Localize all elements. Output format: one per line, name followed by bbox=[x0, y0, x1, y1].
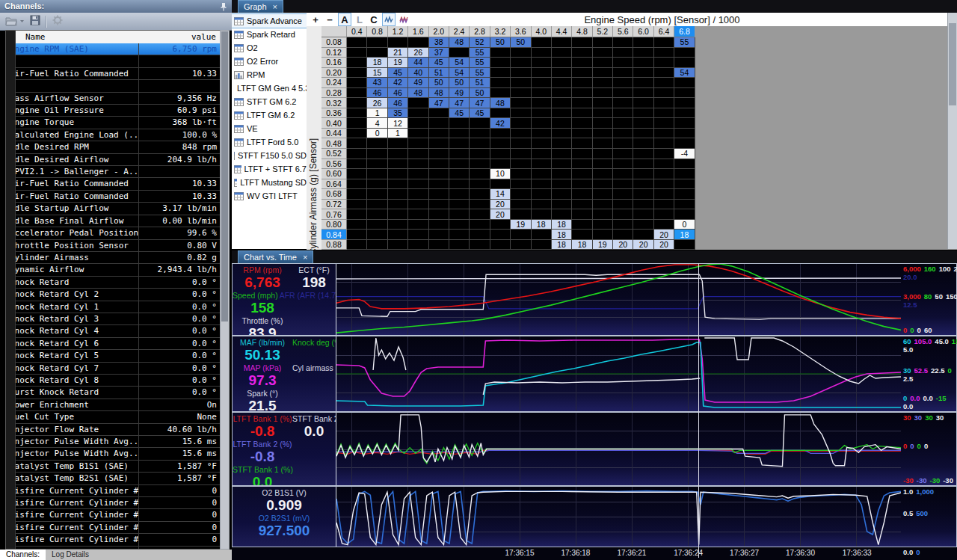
grid-cell[interactable] bbox=[654, 179, 674, 190]
grid-cell[interactable] bbox=[593, 108, 613, 119]
grid-cell[interactable] bbox=[552, 189, 572, 200]
grid-cell[interactable] bbox=[408, 37, 428, 48]
grid-cell[interactable] bbox=[613, 118, 633, 129]
grid-cell[interactable] bbox=[552, 37, 572, 48]
grid-cell[interactable] bbox=[470, 138, 490, 149]
grid-cell[interactable] bbox=[347, 149, 367, 159]
grid-cell[interactable] bbox=[593, 37, 613, 48]
grid-cell[interactable] bbox=[613, 78, 633, 88]
grid-cell[interactable]: 4 bbox=[367, 118, 387, 129]
grid-cell[interactable] bbox=[674, 58, 695, 68]
grid-cell[interactable] bbox=[593, 169, 613, 179]
grid-cell[interactable] bbox=[633, 220, 653, 230]
grid-cell[interactable]: 19 bbox=[388, 58, 408, 68]
grid-cell[interactable] bbox=[593, 98, 613, 108]
grid-cell[interactable] bbox=[347, 179, 367, 190]
grid-cell[interactable] bbox=[449, 189, 470, 200]
grid-cell[interactable]: 52 bbox=[470, 37, 490, 48]
grid-cell[interactable]: 19 bbox=[511, 220, 531, 230]
grid-cell[interactable] bbox=[429, 129, 449, 139]
grid-cell[interactable] bbox=[674, 118, 695, 129]
grid-cell[interactable] bbox=[511, 108, 531, 119]
grid-cell[interactable] bbox=[511, 230, 531, 240]
grid-cell[interactable] bbox=[490, 68, 511, 79]
channel-row[interactable]: Idle Base Final Airflow0.00 lb/min bbox=[6, 215, 221, 227]
grid-cell[interactable] bbox=[408, 108, 428, 119]
grid-cell[interactable]: 42 bbox=[490, 118, 511, 129]
gear-icon[interactable] bbox=[52, 15, 63, 28]
grid-cell[interactable]: 46 bbox=[388, 88, 408, 99]
grid-col-header[interactable]: 2.4 bbox=[449, 26, 470, 37]
tab-log-details[interactable]: Log Details bbox=[46, 550, 95, 560]
grid-cell[interactable] bbox=[470, 189, 490, 200]
channel-row[interactable]: Power EnrichmentOn bbox=[6, 399, 221, 411]
grid-cell[interactable] bbox=[552, 68, 572, 79]
graph-scrollbar[interactable] bbox=[947, 13, 957, 249]
save-icon[interactable] bbox=[30, 15, 40, 28]
grid-cell[interactable] bbox=[572, 189, 592, 200]
grid-cell[interactable] bbox=[654, 98, 674, 108]
grid-cell[interactable] bbox=[449, 159, 470, 170]
grid-cell[interactable] bbox=[613, 169, 633, 179]
grid-row-header[interactable]: 0.32 bbox=[321, 98, 347, 108]
grid-cell[interactable]: 18 bbox=[552, 240, 572, 250]
grid-cell[interactable] bbox=[347, 58, 367, 68]
grid-cell[interactable]: 48 bbox=[408, 88, 428, 99]
grid-cell[interactable]: 35 bbox=[388, 108, 408, 119]
grid-cell[interactable]: 42 bbox=[388, 78, 408, 88]
grid-cell[interactable] bbox=[593, 200, 613, 210]
grid-cell[interactable] bbox=[633, 129, 653, 139]
grid-cell[interactable] bbox=[532, 129, 552, 139]
grid-cell[interactable] bbox=[367, 149, 387, 159]
grid-col-header[interactable]: 3.2 bbox=[490, 26, 511, 37]
grid-cell[interactable] bbox=[593, 189, 613, 200]
grid-cell[interactable] bbox=[633, 209, 653, 220]
grid-cell[interactable] bbox=[552, 169, 572, 179]
grid-cell[interactable] bbox=[654, 78, 674, 88]
grid-cell[interactable]: 55 bbox=[470, 48, 490, 58]
grid-cell[interactable] bbox=[347, 159, 367, 170]
grid-cell[interactable] bbox=[593, 68, 613, 79]
grid-cell[interactable] bbox=[449, 209, 470, 220]
grid-row-header[interactable]: 0.56 bbox=[321, 159, 347, 170]
grid-cell[interactable] bbox=[449, 220, 470, 230]
grid-cell[interactable] bbox=[490, 88, 511, 99]
grid-cell[interactable]: 26 bbox=[408, 48, 428, 58]
grid-cell[interactable] bbox=[633, 149, 653, 159]
grid-cell[interactable] bbox=[470, 149, 490, 159]
grid-cell[interactable] bbox=[470, 129, 490, 139]
channel-row[interactable]: Misfire Current Cylinder #20 bbox=[6, 497, 221, 509]
grid-cell[interactable]: 55 bbox=[674, 37, 695, 48]
grid-cell[interactable] bbox=[408, 159, 428, 170]
time-cursor[interactable] bbox=[698, 263, 699, 558]
grid-cell[interactable] bbox=[449, 138, 470, 149]
grid-col-header[interactable]: 5.2 bbox=[593, 26, 613, 37]
grid-row-header[interactable]: 0.44 bbox=[321, 129, 347, 139]
grid-cell[interactable] bbox=[654, 159, 674, 170]
grid-cell[interactable] bbox=[552, 48, 572, 58]
grid-cell[interactable] bbox=[470, 220, 490, 230]
grid-cell[interactable]: 18 bbox=[674, 230, 695, 240]
grid-cell[interactable] bbox=[674, 200, 695, 210]
channel-row[interactable]: Injector Pulse Width Avg...15.6 ms bbox=[6, 448, 221, 460]
grid-cell[interactable] bbox=[347, 240, 367, 250]
grid-cell[interactable] bbox=[511, 129, 531, 139]
grid-cell[interactable]: -4 bbox=[674, 149, 695, 159]
grid-cell[interactable]: 50 bbox=[429, 78, 449, 88]
grid-cell[interactable] bbox=[490, 159, 511, 170]
grid-cell[interactable] bbox=[633, 37, 653, 48]
grid-cell[interactable] bbox=[490, 58, 511, 68]
zoom-out-button[interactable]: − bbox=[324, 13, 336, 25]
grid-cell[interactable]: 20 bbox=[490, 209, 511, 220]
grid-cell[interactable] bbox=[613, 159, 633, 170]
channel-row[interactable]: Cylinder Airmass0.82 g bbox=[6, 252, 221, 264]
grid-cell[interactable]: 0 bbox=[367, 129, 387, 139]
grid-cell[interactable] bbox=[470, 179, 490, 190]
grid-cell[interactable] bbox=[429, 209, 449, 220]
grid-cell[interactable] bbox=[572, 179, 592, 190]
grid-cell[interactable] bbox=[449, 129, 470, 139]
grid-cell[interactable]: 50 bbox=[449, 78, 470, 88]
tab-channels[interactable]: Channels: bbox=[0, 550, 46, 560]
graph-scrollbar-thumb[interactable] bbox=[949, 23, 956, 105]
grid-cell[interactable] bbox=[408, 138, 428, 149]
